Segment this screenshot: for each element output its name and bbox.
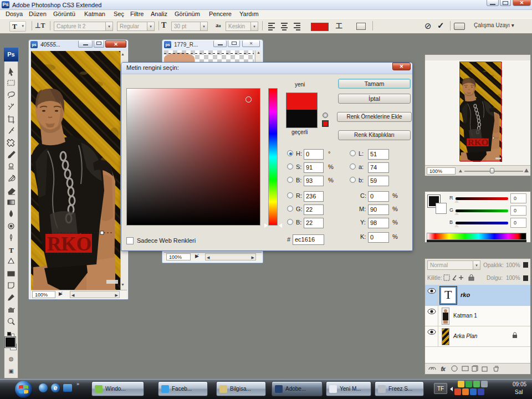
svg-text:fx: fx: [441, 366, 446, 372]
svg-text:T: T: [9, 246, 14, 254]
